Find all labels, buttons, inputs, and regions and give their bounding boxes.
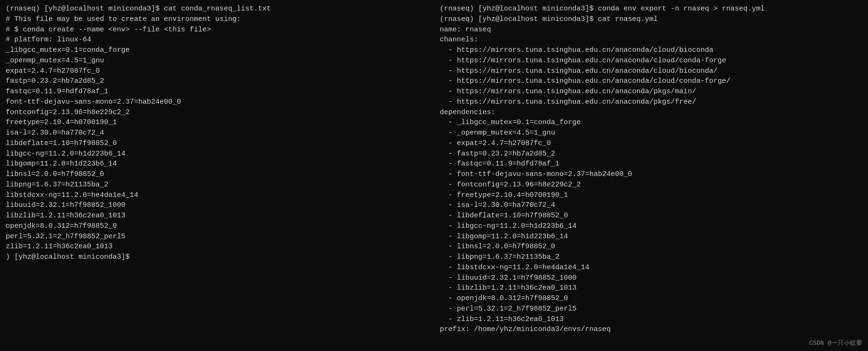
terminal-line: libdeflate=1.10=h7f98852_0 xyxy=(6,138,429,149)
terminal-line: libgcc-ng=11.2.0=h1d223b6_14 xyxy=(6,149,429,159)
terminal-line: - libzlib=1.2.11=h36c2ea0_1013 xyxy=(440,283,863,293)
terminal-line: - fastp=0.23.2=hb7a2d85_2 xyxy=(440,149,863,159)
terminal-line: fastqc=0.11.9=hdfd78af_1 xyxy=(6,87,429,97)
terminal-line: - isa-l=2.30.0=ha770c72_4 xyxy=(440,200,863,211)
terminal-line: dependencies: xyxy=(440,107,863,118)
terminal-line: name: rnaseq xyxy=(440,25,863,35)
watermark: CSDN @一只小蚊要 xyxy=(809,339,862,347)
terminal-line: - libpng=1.6.37=h21135ba_2 xyxy=(440,252,863,263)
terminal-line: channels: xyxy=(440,35,863,45)
terminal-line: - font-ttf-dejavu-sans-mono=2.37=hab24e0… xyxy=(440,169,863,180)
terminal-line: isa-l=2.30.0=ha770c72_4 xyxy=(6,128,429,138)
terminal-line: - fontconfig=2.13.96=h8e229c2_2 xyxy=(440,180,863,190)
terminal-line: ) [yhz@localhost miniconda3]$ xyxy=(6,252,429,263)
terminal-line: - https://mirrors.tuna.tsinghua.edu.cn/a… xyxy=(440,97,863,107)
terminal-line: - libstdcxx-ng=11.2.0=he4da1e4_14 xyxy=(440,263,863,273)
terminal-line: fastp=0.23.2=hb7a2d85_2 xyxy=(6,76,429,87)
terminal-line: - zlib=1.2.11=h36c2ea0_1013 xyxy=(440,314,863,325)
terminal-line: (rnaseq) [yhz@localhost miniconda3]$ cat… xyxy=(6,4,429,14)
terminal-line: - https://mirrors.tuna.tsinghua.edu.cn/a… xyxy=(440,45,863,56)
terminal-line: - https://mirrors.tuna.tsinghua.edu.cn/a… xyxy=(440,66,863,77)
terminal-line: # platform: linux-64 xyxy=(6,35,429,45)
terminal-line: freetype=2.10.4=h0708190_1 xyxy=(6,117,429,128)
terminal-line: - https://mirrors.tuna.tsinghua.edu.cn/a… xyxy=(440,76,863,87)
terminal-line: libstdcxx-ng=11.2.0=he4da1e4_14 xyxy=(6,190,429,201)
terminal-line: - https://mirrors.tuna.tsinghua.edu.cn/a… xyxy=(440,87,863,97)
terminal-line: - libgomp=11.2.0=h1d223b6_14 xyxy=(440,232,863,242)
terminal-line: font-ttf-dejavu-sans-mono=2.37=hab24e00_… xyxy=(6,97,429,107)
right-terminal-pane[interactable]: (rnaseq) [yhz@localhost miniconda3]$ con… xyxy=(434,0,868,351)
terminal-line: - fastqc=0.11.9=hdfd78af_1 xyxy=(440,159,863,169)
terminal-line: fontconfig=2.13.96=h8e229c2_2 xyxy=(6,107,429,118)
terminal-line: libnsl=2.0.0=h7f98852_0 xyxy=(6,169,429,180)
terminal-line: - _openmp_mutex=4.5=1_gnu xyxy=(440,128,863,138)
terminal-line: - openjdk=8.0.312=h7f98852_0 xyxy=(440,293,863,304)
terminal-line: expat=2.4.7=h27087fc_0 xyxy=(6,66,429,77)
terminal-line: - libuuid=2.32.1=h7f98852_1000 xyxy=(440,273,863,283)
terminal-line: prefix: /home/yhz/miniconda3/envs/rnaseq xyxy=(440,324,863,335)
terminal-line: - libdeflate=1.10=h7f98852_0 xyxy=(440,211,863,221)
terminal-line: _openmp_mutex=4.5=1_gnu xyxy=(6,56,429,66)
terminal-line: libuuid=2.32.1=h7f98852_1000 xyxy=(6,200,429,211)
terminal-line: libpng=1.6.37=h21135ba_2 xyxy=(6,180,429,190)
terminal-line: # This file may be used to create an env… xyxy=(6,14,429,25)
terminal-line: (rnaseq) [yhz@localhost miniconda3]$ cat… xyxy=(440,14,863,25)
terminal-line: libzlib=1.2.11=h36c2ea0_1013 xyxy=(6,211,429,221)
terminal-line: perl=5.32.1=2_h7f98852_perl5 xyxy=(6,232,429,242)
terminal-line: # $ conda create --name <env> --file <th… xyxy=(6,25,429,35)
terminal-line: - perl=5.32.1=2_h7f98852_perl5 xyxy=(440,304,863,314)
terminal-line: libgomp=11.2.0=h1d223b6_14 xyxy=(6,159,429,169)
terminal-line: - _libgcc_mutex=0.1=conda_forge xyxy=(440,117,863,128)
terminal-line: - expat=2.4.7=h27087fc_0 xyxy=(440,138,863,149)
terminal-line: _libgcc_mutex=0.1=conda_forge xyxy=(6,45,429,56)
terminal-line: - freetype=2.10.4=h0708190_1 xyxy=(440,190,863,201)
terminal-line: - libnsl=2.0.0=h7f98852_0 xyxy=(440,242,863,252)
terminal-line: - https://mirrors.tuna.tsinghua.edu.cn/a… xyxy=(440,56,863,66)
terminal-line: openjdk=8.0.312=h7f98852_0 xyxy=(6,221,429,232)
terminal-line: - libgcc-ng=11.2.0=h1d223b6_14 xyxy=(440,221,863,232)
left-terminal-pane[interactable]: (rnaseq) [yhz@localhost miniconda3]$ cat… xyxy=(0,0,434,351)
terminal-line: zlib=1.2.11=h36c2ea0_1013 xyxy=(6,242,429,252)
terminal-line: (rnaseq) [yhz@localhost miniconda3]$ con… xyxy=(440,4,863,14)
